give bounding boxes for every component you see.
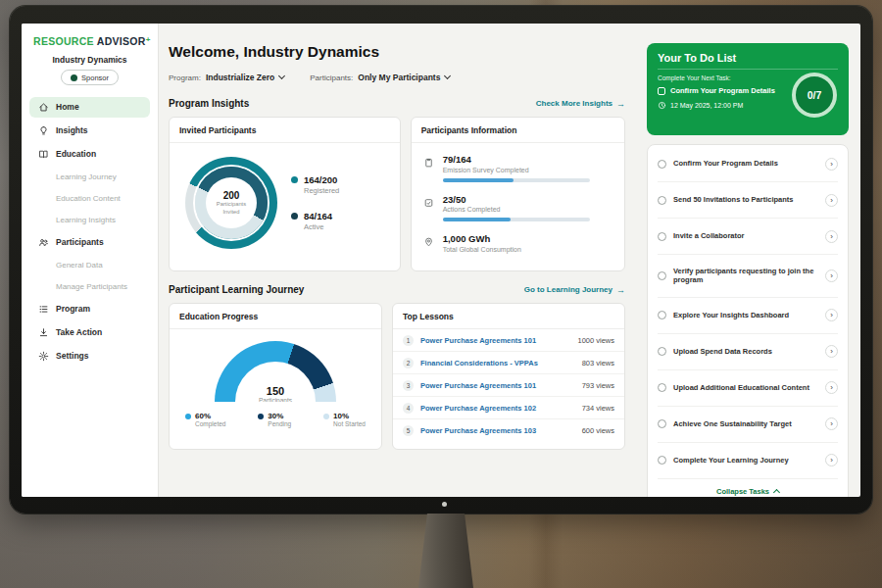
lesson-row: 4 Power Purchase Agreements 102 734 view… [393, 397, 624, 419]
task-checkbox[interactable] [658, 196, 666, 205]
sidebar-item-settings[interactable]: Settings [29, 346, 150, 367]
top-lessons-card: Top Lessons 1 Power Purchase Agreements … [392, 303, 625, 450]
sidebar-item-education[interactable]: Education [29, 144, 150, 165]
legend-item-not-started: 10% Not Started [323, 412, 366, 427]
progress-bar-fill [443, 178, 514, 182]
lesson-rank: 2 [403, 358, 414, 368]
chevron-right-icon[interactable]: › [825, 345, 838, 358]
sidebar-item-label: Learning Insights [56, 216, 116, 224]
program-dropdown[interactable]: Program: Industrialize Zero [169, 73, 284, 82]
task-checkbox[interactable] [658, 160, 666, 169]
lesson-row: 2 Financial Considerations - VPPAs 803 v… [393, 352, 624, 374]
chevron-right-icon[interactable]: › [825, 194, 838, 207]
task-checkbox[interactable] [658, 271, 666, 280]
action-arrow-icon [37, 326, 49, 338]
sidebar-item-label: Settings [56, 351, 89, 361]
participants-information-card: Participants Information 79/164 Emission… [411, 117, 625, 271]
participants-dropdown[interactable]: Participants: Only My Participants [310, 73, 450, 82]
chevron-right-icon[interactable]: › [825, 417, 838, 430]
program-label: Program: [169, 74, 201, 82]
participants-value: Only My Participants [358, 73, 440, 82]
lesson-link[interactable]: Financial Considerations - VPPAs [420, 359, 575, 368]
lesson-link[interactable]: Power Purchase Agreements 103 [420, 426, 575, 435]
sidebar-item-education-content[interactable]: Education Content [29, 189, 150, 208]
task-row[interactable]: Upload Additional Educational Content › [658, 370, 838, 407]
lightbulb-icon [37, 124, 49, 136]
home-icon [37, 101, 49, 113]
todo-panel: Your To Do List Complete Your Next Task:… [637, 24, 860, 497]
legend-value: 30% [268, 412, 291, 420]
task-label: Explore Your Insights Dashboard [673, 311, 818, 320]
lesson-rank: 1 [403, 335, 414, 346]
todo-next-task[interactable]: Confirm Your Program Details [658, 86, 789, 95]
stat-value: 79/164 [443, 154, 590, 165]
task-checkbox[interactable] [658, 347, 666, 356]
sidebar-item-learning-journey[interactable]: Learning Journey [29, 168, 150, 186]
stat-emission-survey: 79/164 Emission Survey Completed [423, 154, 612, 182]
lesson-link[interactable]: Power Purchase Agreements 102 [420, 404, 575, 413]
sidebar-item-learning-insights[interactable]: Learning Insights [29, 211, 150, 229]
completed-dot-icon [185, 414, 191, 419]
gauge-center-value: 150 [215, 385, 336, 397]
task-row[interactable]: Explore Your Insights Dashboard › [658, 298, 838, 334]
legend-label: Pending [268, 420, 291, 427]
task-row[interactable]: Achieve One Sustainability Target › [658, 407, 838, 443]
section-title: Program Insights [169, 98, 249, 109]
task-checkbox[interactable] [658, 232, 666, 241]
sidebar-item-insights[interactable]: Insights [29, 121, 150, 141]
task-checkbox[interactable] [658, 383, 666, 392]
sidebar-nav: Home Insights Education Learning Journey… [22, 95, 158, 368]
checkbox-icon[interactable] [658, 87, 665, 95]
section-title: Participant Learning Journey [169, 284, 304, 295]
card-title: Top Lessons [393, 304, 624, 329]
collapse-tasks-button[interactable]: Collapse Tasks [658, 479, 838, 498]
task-row[interactable]: Confirm Your Program Details › [658, 146, 838, 182]
task-label: Send 50 Invitations to Participants [673, 195, 818, 205]
task-checkbox[interactable] [658, 456, 666, 465]
chevron-right-icon[interactable]: › [825, 270, 838, 282]
education-progress-card: Education Progress 150 Participants [169, 303, 382, 450]
sidebar-item-label: Insights [56, 125, 88, 135]
lesson-row: 1 Power Purchase Agreements 101 1000 vie… [393, 329, 624, 352]
sidebar-item-label: Learning Journey [56, 172, 117, 181]
lesson-rank: 3 [403, 380, 414, 391]
sidebar-item-general-data[interactable]: General Data [29, 256, 150, 274]
logo-plus: + [146, 35, 151, 44]
card-title: Education Progress [170, 304, 381, 329]
lesson-link[interactable]: Power Purchase Agreements 101 [420, 336, 570, 345]
chevron-right-icon[interactable]: › [825, 309, 838, 321]
logo-resource: RESOURCE [33, 35, 94, 47]
sidebar-item-take-action[interactable]: Take Action [29, 322, 150, 343]
task-row[interactable]: Complete Your Learning Journey › [658, 443, 838, 479]
task-checkbox[interactable] [658, 419, 666, 428]
task-row[interactable]: Send 50 Invitations to Participants › [658, 182, 838, 219]
power-led [442, 502, 447, 507]
task-row[interactable]: Verify participants requesting to join t… [658, 255, 838, 298]
task-label: Invite a Collaborator [673, 231, 818, 241]
next-task-label: Confirm Your Program Details [670, 86, 775, 95]
dashboard-screen: RESOURCE ADVISOR+ Industry Dynamics Spon… [22, 24, 860, 497]
sidebar-item-program[interactable]: Program [29, 299, 150, 319]
todo-title: Your To Do List [658, 52, 838, 70]
chevron-right-icon[interactable]: › [825, 230, 838, 243]
lesson-link[interactable]: Power Purchase Agreements 101 [420, 381, 575, 390]
donut-center-label: Participants Invited [214, 201, 249, 215]
lesson-views: 600 views [582, 426, 614, 435]
go-to-learning-journey-link[interactable]: Go to Learning Journey → [524, 285, 625, 295]
progress-bar-track [443, 218, 590, 221]
task-row[interactable]: Upload Spend Data Records › [658, 334, 838, 370]
chevron-right-icon[interactable]: › [825, 381, 838, 394]
card-title: Participants Information [412, 118, 624, 143]
chevron-right-icon[interactable]: › [825, 454, 838, 466]
sidebar-item-manage-participants[interactable]: Manage Participants [29, 277, 150, 296]
app-logo: RESOURCE ADVISOR+ [22, 35, 158, 53]
check-more-insights-link[interactable]: Check More Insights → [536, 99, 625, 109]
link-label: Go to Learning Journey [524, 285, 612, 294]
page-title: Welcome, Industry Dynamics [169, 43, 625, 61]
people-icon [37, 236, 49, 248]
sidebar-item-home[interactable]: Home [29, 97, 150, 118]
task-row[interactable]: Invite a Collaborator › [658, 219, 838, 255]
task-checkbox[interactable] [658, 311, 666, 319]
chevron-right-icon[interactable]: › [825, 158, 838, 171]
sidebar-item-participants[interactable]: Participants [29, 232, 150, 253]
